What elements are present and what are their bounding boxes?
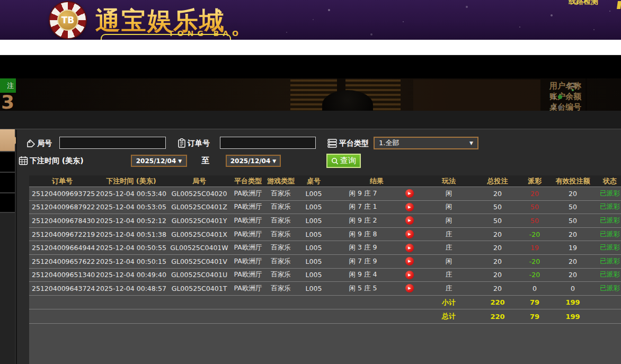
platform-select[interactable]: 1.全部 ▼ <box>374 137 478 149</box>
subtotal-total: 220 <box>474 296 521 309</box>
table-row: 251204009651340 2025-12-04 00:49:40 GL00… <box>29 269 621 282</box>
cell-valid-bet: 19 <box>548 241 597 254</box>
cell-order-number: 251204009687922 <box>29 201 95 214</box>
table-row: 251204009643724 2025-12-04 00:48:57 GL00… <box>29 282 621 296</box>
records-panel: 局号 订单号 平台类型 1.全部 ▼ 下注时间 (美东) 2025/12/04 … <box>16 130 621 364</box>
cell-round-number: GL00525C04020 <box>167 187 232 200</box>
road-marker-1: 1 <box>552 93 562 100</box>
cell-valid-bet: 0 <box>548 282 597 295</box>
clipboard-icon <box>176 137 187 149</box>
calendar-icon <box>18 154 29 167</box>
round-input[interactable] <box>59 137 166 149</box>
replay-play-icon[interactable]: ▶ <box>405 203 414 211</box>
cell-play-type: 庄 <box>423 269 474 282</box>
sidebar-item-active[interactable] <box>0 129 15 151</box>
order-filter-label: 订单号 <box>188 137 210 149</box>
result-text: 闲 5 庄 5 <box>330 284 396 293</box>
grand-total-label: 总计 <box>423 309 474 323</box>
cell-play-type: 闲 <box>423 201 474 214</box>
replay-play-icon[interactable]: ▶ <box>405 244 414 252</box>
order-input[interactable] <box>220 137 316 149</box>
cell-order-number: 251204009664944 <box>29 241 95 254</box>
cell-valid-bet: 20 <box>548 228 597 241</box>
platform-list-icon <box>327 137 338 149</box>
replay-play-icon[interactable]: ▶ <box>405 189 414 198</box>
cell-platform: PA欧洲厅 <box>232 269 264 282</box>
col-header: 状态 <box>597 175 621 187</box>
replay-play-icon[interactable]: ▶ <box>405 257 414 265</box>
sparkle-decor <box>0 0 1 1</box>
cell-table-number: L005 <box>297 228 330 241</box>
table-header-row: 订单号 下注时间 (美东) 局号 平台类型 游戏类型 桌号 结果 玩法 总投注 … <box>29 175 621 187</box>
result-text: 闲 9 庄 2 <box>330 216 396 225</box>
cell-bet-time: 2025-12-04 00:53:05 <box>95 201 167 214</box>
cell-payout: 50 <box>521 214 548 227</box>
cell-game-type: 百家乐 <box>264 187 297 200</box>
replay-play-icon[interactable]: ▶ <box>405 216 414 225</box>
cell-status: 已派彩 <box>597 241 621 254</box>
cell-platform: PA欧洲厅 <box>232 255 264 268</box>
col-header: 桌号 <box>297 175 330 187</box>
main-content: 局号 订单号 平台类型 1.全部 ▼ 下注时间 (美东) 2025/12/04 … <box>0 130 621 364</box>
replay-play-icon[interactable]: ▶ <box>405 271 414 279</box>
cell-result: 闲 3 庄 9 ▶ <box>330 241 423 254</box>
cell-platform: PA欧洲厅 <box>232 282 264 295</box>
cell-game-type: 百家乐 <box>264 214 297 227</box>
bet-badge: 注 <box>0 78 16 93</box>
user-name-label: 用户名称 <box>549 81 621 91</box>
cell-total-bet: 20 <box>474 269 521 282</box>
cell-bet-time: 2025-12-04 00:51:38 <box>95 228 167 241</box>
table-row: 251204009693725 2025-12-04 00:53:40 GL00… <box>29 187 621 201</box>
sidebar-item[interactable] <box>0 151 15 172</box>
cell-status: 已派彩 <box>597 228 621 241</box>
edge-decor <box>617 1 621 9</box>
cell-bet-time: 2025-12-04 00:50:15 <box>95 255 167 268</box>
replay-play-icon[interactable]: ▶ <box>405 230 414 238</box>
cell-total-bet: 20 <box>474 282 521 295</box>
round-filter-label: 局号 <box>37 137 52 149</box>
cell-order-number: 251204009678430 <box>29 214 95 227</box>
cell-result: 闲 9 庄 7 ▶ <box>330 187 423 200</box>
platform-filter-label: 平台类型 <box>339 137 369 149</box>
cell-total-bet: 20 <box>474 228 521 241</box>
cell-status: 已派彩 <box>597 282 621 295</box>
cell-total-bet: 20 <box>474 187 521 200</box>
grand-total-row: 总计 220 79 199 <box>29 309 621 324</box>
bet-count: 3 <box>1 91 14 111</box>
col-header: 玩法 <box>423 175 474 187</box>
cell-order-number: 251204009651340 <box>29 269 95 282</box>
cell-valid-bet: 50 <box>548 201 597 214</box>
grand-total-payout: 79 <box>521 309 548 323</box>
cell-payout: 50 <box>521 201 548 214</box>
line-check-link[interactable]: 线路检测 <box>569 0 598 6</box>
cell-order-number: 251204009657622 <box>29 255 95 268</box>
cell-bet-time: 2025-12-04 00:49:40 <box>95 269 167 282</box>
sidebar-item[interactable] <box>0 172 15 192</box>
cell-bet-time: 2025-12-04 00:50:55 <box>95 241 167 254</box>
col-header: 游戏类型 <box>264 175 297 187</box>
table-row: 251204009657622 2025-12-04 00:50:15 GL00… <box>29 255 621 269</box>
cell-payout: -20 <box>521 255 548 268</box>
cell-table-number: L005 <box>297 187 330 200</box>
notice-box <box>101 34 231 40</box>
cell-status: 已派彩 <box>597 255 621 268</box>
cell-table-number: L005 <box>297 269 330 282</box>
date-to-select[interactable]: 2025/12/04 ▼ <box>226 155 281 167</box>
platform-select-value: 1.全部 <box>379 138 399 148</box>
cell-game-type: 百家乐 <box>264 228 297 241</box>
cell-play-type: 闲 <box>423 255 474 268</box>
date-from-select[interactable]: 2025/12/04 ▼ <box>131 155 187 167</box>
cell-game-type: 百家乐 <box>264 241 297 254</box>
replay-play-icon[interactable]: ▶ <box>405 284 414 292</box>
cell-status: 已派彩 <box>597 187 621 200</box>
white-band <box>0 40 621 55</box>
wall-decor <box>413 79 540 111</box>
cell-table-number: L005 <box>297 214 330 227</box>
sidebar-item[interactable] <box>0 192 15 213</box>
cell-table-number: L005 <box>297 255 330 268</box>
cell-play-type: 庄 <box>423 241 474 254</box>
search-button[interactable]: 查询 <box>326 154 361 168</box>
cell-play-type: 庄 <box>423 282 474 295</box>
cell-order-number: 251204009643724 <box>29 282 95 295</box>
cell-valid-bet: 20 <box>548 269 597 282</box>
